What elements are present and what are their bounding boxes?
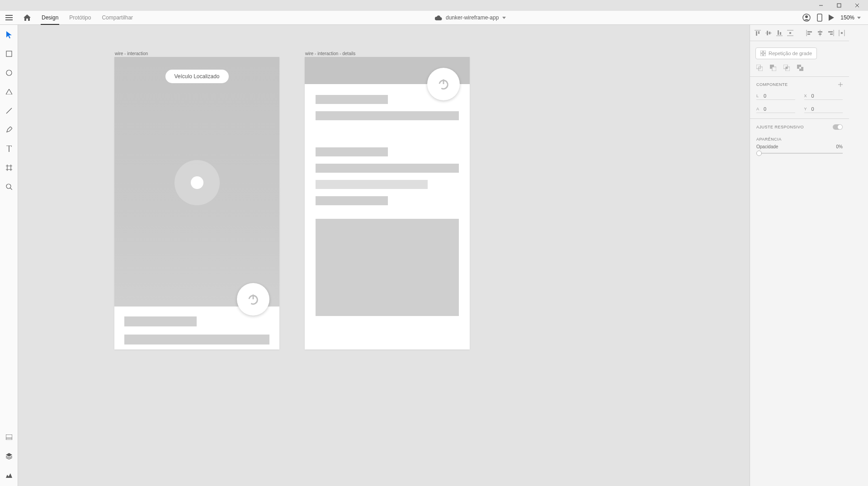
y-field[interactable]: Y0 bbox=[804, 106, 843, 113]
placeholder-bar bbox=[316, 95, 388, 104]
repeat-grid-button[interactable]: Repetição de grade bbox=[755, 47, 817, 59]
svg-rect-1 bbox=[837, 4, 841, 7]
app-header: Design Protótipo Compartilhar dunker-wir… bbox=[0, 11, 868, 25]
align-right-icon[interactable] bbox=[828, 30, 834, 36]
svg-line-14 bbox=[10, 188, 12, 190]
boolean-exclude-icon[interactable] bbox=[797, 65, 803, 71]
artboard-label[interactable]: wire - interaction bbox=[115, 51, 148, 56]
add-component-icon[interactable] bbox=[838, 82, 843, 87]
width-field[interactable]: L0 bbox=[756, 93, 795, 100]
document-title[interactable]: dunker-wireframe-app bbox=[138, 14, 802, 21]
svg-rect-38 bbox=[819, 33, 821, 35]
properties-panel: Repetição de grade COMPONENTE L0 X0 A0 Y… bbox=[750, 25, 868, 486]
distribute-v-icon[interactable] bbox=[787, 30, 793, 36]
text-tool[interactable] bbox=[4, 143, 14, 154]
home-button[interactable] bbox=[18, 11, 36, 24]
rectangle-tool[interactable] bbox=[4, 48, 14, 59]
bottom-card bbox=[114, 307, 279, 354]
cloud-icon bbox=[435, 15, 442, 20]
appearance-title: APARÊNCIA bbox=[756, 137, 782, 142]
layers-panel-button[interactable] bbox=[4, 451, 14, 462]
placeholder-bar bbox=[124, 316, 197, 326]
align-left-icon[interactable] bbox=[806, 30, 812, 36]
zoom-control[interactable]: 150% bbox=[840, 14, 861, 21]
svg-rect-34 bbox=[807, 31, 812, 33]
align-vcenter-icon[interactable] bbox=[765, 30, 772, 36]
align-bottom-icon[interactable] bbox=[776, 30, 783, 36]
menu-button[interactable] bbox=[0, 11, 18, 24]
boolean-intersect-icon[interactable] bbox=[783, 65, 790, 71]
svg-rect-23 bbox=[758, 31, 760, 34]
svg-rect-48 bbox=[764, 54, 766, 56]
repeat-grid-icon bbox=[760, 51, 766, 56]
svg-rect-26 bbox=[769, 32, 770, 34]
select-tool[interactable] bbox=[4, 29, 14, 40]
boolean-subtract-icon[interactable] bbox=[770, 65, 776, 71]
appearance-section: APARÊNCIA Opacidade 0% bbox=[750, 135, 849, 159]
zoom-tool[interactable] bbox=[4, 181, 14, 192]
ellipse-tool[interactable] bbox=[4, 67, 14, 78]
opacity-slider[interactable] bbox=[756, 153, 843, 154]
svg-rect-29 bbox=[780, 32, 781, 35]
plugins-panel-button[interactable] bbox=[4, 470, 14, 481]
height-field[interactable]: A0 bbox=[756, 106, 795, 113]
assets-panel-button[interactable] bbox=[4, 432, 14, 443]
artboard-wire-interaction-details[interactable] bbox=[305, 57, 470, 349]
artboard-wire-interaction[interactable]: Veículo Localizado bbox=[114, 57, 279, 349]
distribute-h-icon[interactable] bbox=[839, 30, 845, 36]
device-preview-icon[interactable] bbox=[817, 14, 822, 22]
pen-tool[interactable] bbox=[4, 124, 14, 135]
user-icon[interactable] bbox=[802, 14, 811, 22]
svg-line-12 bbox=[6, 108, 12, 113]
header-right-controls: 150% bbox=[802, 14, 868, 22]
power-icon bbox=[437, 78, 450, 90]
line-tool[interactable] bbox=[4, 105, 14, 116]
svg-rect-22 bbox=[756, 31, 757, 36]
align-hcenter-icon[interactable] bbox=[817, 30, 823, 36]
responsive-toggle[interactable] bbox=[833, 124, 843, 130]
tab-design[interactable]: Design bbox=[36, 11, 64, 24]
play-icon[interactable] bbox=[829, 14, 834, 21]
chevron-down-icon bbox=[857, 17, 861, 19]
svg-rect-40 bbox=[828, 31, 833, 33]
svg-point-13 bbox=[6, 184, 11, 189]
align-top-icon[interactable] bbox=[755, 30, 761, 36]
responsive-section: AJUSTE RESPONSIVO bbox=[750, 118, 849, 135]
artboard-label[interactable]: wire - interaction - details bbox=[305, 51, 355, 56]
svg-rect-45 bbox=[760, 51, 763, 53]
svg-point-8 bbox=[805, 15, 808, 18]
boolean-add-icon[interactable] bbox=[756, 65, 763, 71]
status-pill: Veículo Localizado bbox=[165, 70, 228, 83]
tab-prototype[interactable]: Protótipo bbox=[64, 11, 96, 24]
polygon-tool[interactable] bbox=[4, 86, 14, 97]
window-minimize-button[interactable] bbox=[812, 0, 830, 11]
repeat-grid-label: Repetição de grade bbox=[769, 51, 812, 56]
svg-rect-32 bbox=[789, 32, 791, 34]
zoom-value: 150% bbox=[840, 14, 854, 21]
details-body bbox=[305, 84, 470, 327]
svg-rect-9 bbox=[817, 14, 822, 21]
chevron-down-icon bbox=[502, 17, 506, 19]
window-maximize-button[interactable] bbox=[830, 0, 848, 11]
placeholder-bar bbox=[316, 111, 459, 120]
responsive-title: AJUSTE RESPONSIVO bbox=[756, 125, 804, 129]
tab-share[interactable]: Compartilhar bbox=[96, 11, 138, 24]
align-controls bbox=[750, 25, 849, 41]
power-fab-button[interactable] bbox=[427, 68, 460, 100]
svg-rect-44 bbox=[841, 32, 843, 34]
boolean-operations bbox=[750, 63, 849, 76]
svg-point-11 bbox=[6, 70, 12, 75]
svg-rect-58 bbox=[799, 67, 801, 69]
location-marker bbox=[175, 160, 220, 205]
window-close-button[interactable] bbox=[848, 0, 866, 11]
slider-thumb[interactable] bbox=[756, 151, 762, 156]
svg-rect-41 bbox=[830, 33, 833, 35]
x-field[interactable]: X0 bbox=[804, 93, 843, 100]
placeholder-bar bbox=[316, 164, 459, 173]
placeholder-bar bbox=[124, 335, 269, 344]
placeholder-bar bbox=[316, 180, 428, 189]
artboard-tool[interactable] bbox=[4, 162, 14, 173]
canvas[interactable]: wire - interaction Veículo Localizado wi… bbox=[18, 25, 750, 486]
svg-rect-15 bbox=[6, 434, 12, 440]
document-title-label: dunker-wireframe-app bbox=[446, 14, 499, 21]
